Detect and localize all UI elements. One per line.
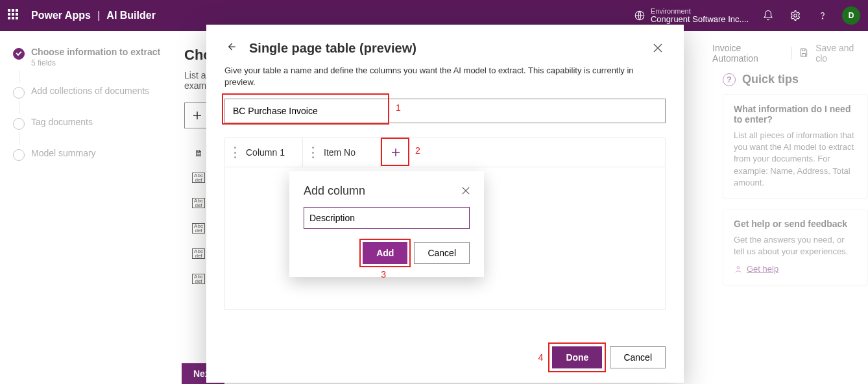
text-field-icon: Abcdef xyxy=(192,274,205,284)
text-field-icon: Abcdef xyxy=(192,248,205,259)
add-button[interactable]: Add xyxy=(363,242,407,264)
notifications-icon[interactable] xyxy=(760,8,776,23)
popover-title: Add column xyxy=(304,184,365,198)
modal-cancel-button[interactable]: Cancel xyxy=(610,346,666,368)
annotation-number: 3 xyxy=(381,269,386,280)
plus-icon xyxy=(192,110,202,121)
section-name: AI Builder xyxy=(106,10,156,21)
add-column-popover: Add column Add 3 Cancel xyxy=(289,171,484,277)
close-icon xyxy=(462,187,470,195)
popover-cancel-button[interactable]: Cancel xyxy=(414,242,470,264)
drag-handle-icon[interactable] xyxy=(312,147,317,158)
step-complete-icon xyxy=(13,48,25,60)
columns-header: Column 1 Item No xyxy=(224,138,666,167)
column-header-2[interactable]: Item No xyxy=(303,138,381,167)
done-button[interactable]: Done xyxy=(552,346,602,368)
plus-icon xyxy=(391,147,401,158)
avatar[interactable]: D xyxy=(842,6,860,25)
brand-separator: | xyxy=(93,10,104,21)
env-value: Congruent Software Inc.... xyxy=(651,15,749,24)
env-label: Environment xyxy=(651,7,749,15)
popover-close-button[interactable] xyxy=(462,186,470,197)
add-column-button[interactable] xyxy=(381,138,411,167)
environment-icon xyxy=(634,10,645,21)
waffle-icon[interactable] xyxy=(8,9,21,22)
svg-point-1 xyxy=(794,14,797,18)
modal-title: Single page table (preview) xyxy=(249,41,416,56)
document-icon: 🗎 xyxy=(194,148,203,158)
back-button[interactable] xyxy=(224,40,240,56)
text-field-icon: Abcdef xyxy=(192,173,205,183)
avatar-initial: D xyxy=(849,11,854,20)
column-header-1[interactable]: Column 1 xyxy=(225,138,303,167)
drag-handle-icon[interactable] xyxy=(234,147,239,158)
environment-picker[interactable]: Environment Congruent Software Inc.... xyxy=(634,7,749,24)
table-name-input[interactable] xyxy=(224,99,666,123)
annotation-number: 2 xyxy=(415,145,420,156)
column-label: Item No xyxy=(324,147,356,158)
annotation-number: 1 xyxy=(396,102,401,113)
close-button[interactable] xyxy=(650,40,666,56)
settings-icon[interactable] xyxy=(788,8,803,23)
column-name-input[interactable] xyxy=(304,207,470,229)
close-icon xyxy=(653,43,662,53)
column-label: Column 1 xyxy=(246,147,285,158)
text-field-icon: Abcdef xyxy=(192,223,205,234)
annotation-number: 4 xyxy=(538,352,544,363)
modal-description: Give your table a name and define the co… xyxy=(224,65,666,88)
help-icon[interactable] xyxy=(815,8,830,23)
text-field-icon: Abcdef xyxy=(192,198,205,208)
app-name: Power Apps xyxy=(31,10,91,21)
svg-point-2 xyxy=(822,18,823,19)
brand: Power Apps | AI Builder xyxy=(31,10,156,21)
